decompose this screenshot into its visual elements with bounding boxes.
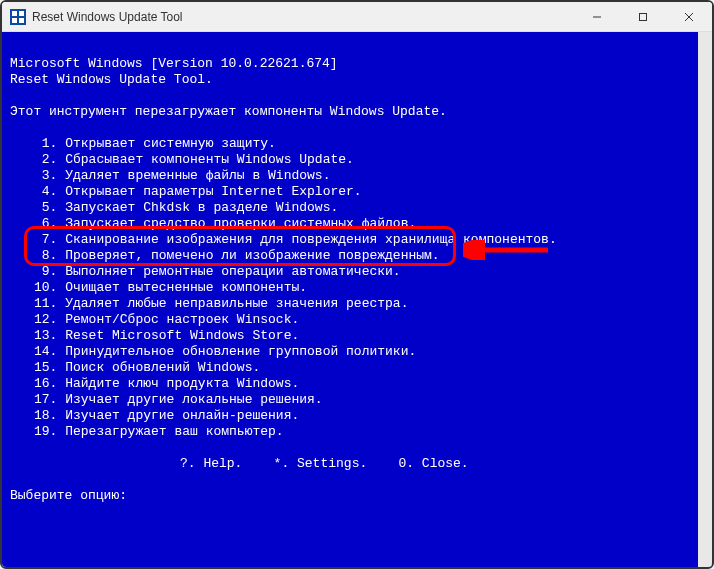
console-header-line: Reset Windows Update Tool. [10,72,688,88]
menu-item: 12. Ремонт/Сброс настроек Winsock. [10,312,688,328]
scrollbar-thumb[interactable] [699,32,711,555]
menu-item: 19. Перезагружает ваш компьютер. [10,424,688,440]
menu-item: 17. Изучает другие локальные решения. [10,392,688,408]
menu-item: 14. Принудительное обновление групповой … [10,344,688,360]
menu-item: 10. Очищает вытесненные компоненты. [10,280,688,296]
app-window: Reset Windows Update Tool Microsoft Wind… [2,2,712,567]
maximize-button[interactable] [620,2,666,31]
menu-item: 4. Открывает параметры Internet Explorer… [10,184,688,200]
console-footer-line: ?. Help. *. Settings. 0. Close. [10,456,688,472]
menu-item: 16. Найдите ключ продукта Windows. [10,376,688,392]
menu-item: 6. Запускает средство проверки системных… [10,216,688,232]
svg-rect-3 [12,18,17,23]
menu-item: 1. Открывает системную защиту. [10,136,688,152]
console-area: Microsoft Windows [Version 10.0.22621.67… [2,32,712,567]
svg-rect-6 [640,13,647,20]
menu-item: 2. Сбрасывает компоненты Windows Update. [10,152,688,168]
minimize-button[interactable] [574,2,620,31]
menu-item: 15. Поиск обновлений Windows. [10,360,688,376]
window-title: Reset Windows Update Tool [32,10,183,24]
console-header-line: Microsoft Windows [Version 10.0.22621.67… [10,56,688,72]
menu-item: 8. Проверяет, помечено ли изображение по… [10,248,688,264]
menu-item: 9. Выполняет ремонтные операции автомати… [10,264,688,280]
console-intro-line: Этот инструмент перезагружает компоненты… [10,104,688,120]
app-icon [10,9,26,25]
svg-rect-2 [19,11,24,16]
svg-rect-1 [12,11,17,16]
menu-item: 5. Запускает Chkdsk в разделе Windows. [10,200,688,216]
menu-item: 3. Удаляет временные файлы в Windows. [10,168,688,184]
close-button[interactable] [666,2,712,31]
svg-rect-4 [19,18,24,23]
menu-item: 18. Изучает другие онлайн-решения. [10,408,688,424]
menu-item: 13. Reset Microsoft Windows Store. [10,328,688,344]
console-prompt-line: Выберите опцию: [10,488,688,504]
menu-item: 7. Cканирование изображения для поврежде… [10,232,688,248]
window-controls [574,2,712,31]
menu-item: 11. Удаляет любые неправильные значения … [10,296,688,312]
menu-list: 1. Открывает системную защиту. 2. Сбрасы… [10,136,688,440]
titlebar: Reset Windows Update Tool [2,2,712,32]
